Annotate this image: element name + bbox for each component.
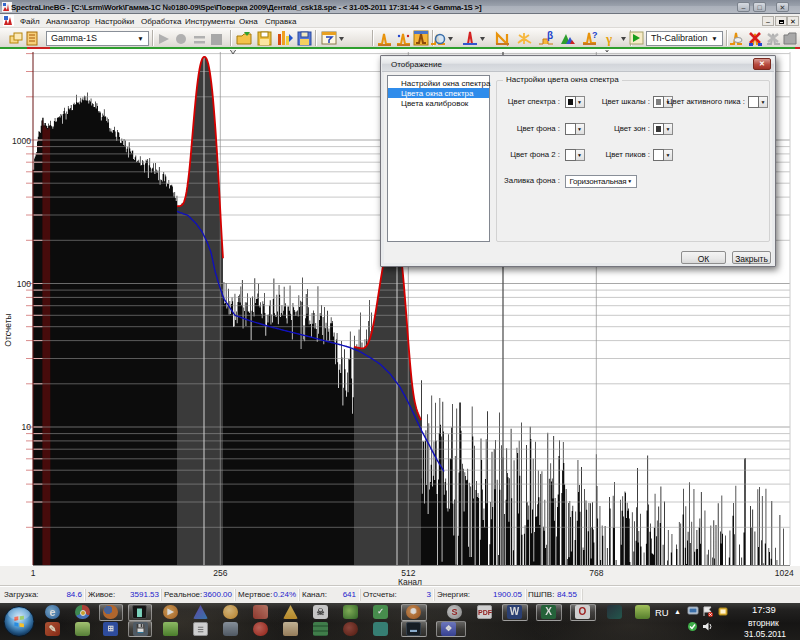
svg-text:256: 256 — [213, 568, 227, 578]
svg-text:1: 1 — [31, 568, 36, 578]
svg-text:Отсчеты: Отсчеты — [3, 313, 13, 346]
svg-text:1024: 1024 — [775, 568, 794, 578]
svg-text:100: 100 — [17, 279, 31, 289]
svg-text:1000: 1000 — [12, 136, 31, 146]
svg-text:?: ? — [592, 30, 598, 40]
svg-text:10: 10 — [22, 422, 32, 432]
svg-text:γ: γ — [605, 31, 612, 46]
svg-text:768: 768 — [589, 568, 603, 578]
svg-text:β: β — [547, 30, 553, 41]
